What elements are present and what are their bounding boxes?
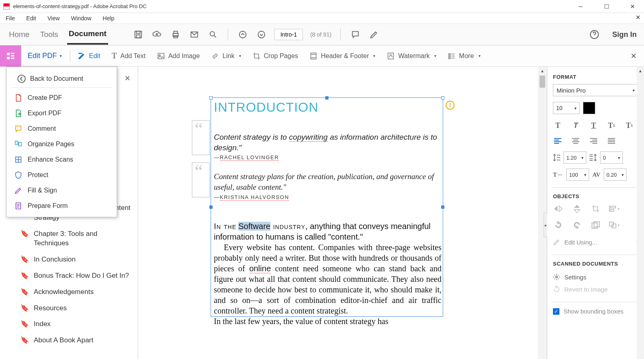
tab-tools[interactable]: Tools <box>39 25 60 44</box>
quote-text[interactable]: Content strategy plans for the creation,… <box>214 171 442 192</box>
edit-tool-add-image[interactable]: Add Image <box>151 52 205 60</box>
font-color-swatch[interactable] <box>583 102 595 114</box>
bookmark-item[interactable]: 🔖Chapter 3: Tools and Techniques <box>20 226 131 252</box>
page-up-icon[interactable] <box>237 29 248 40</box>
warning-badge-icon[interactable]: ! <box>446 101 455 110</box>
bookmark-item[interactable]: 🔖About A Book Apart <box>20 332 131 348</box>
flip-vertical-icon[interactable] <box>572 203 582 214</box>
maximize-button[interactable]: ☐ <box>598 2 615 11</box>
italic-icon[interactable]: T <box>571 121 581 130</box>
align-center-icon[interactable] <box>571 136 581 146</box>
show-bounding-boxes-checkbox[interactable]: ✓ Show bounding boxes <box>553 308 638 315</box>
window-title: elements-of-content-strategy.pdf - Adobe… <box>13 3 572 9</box>
back-to-document[interactable]: Back to Document <box>11 70 112 88</box>
bold-icon[interactable]: T <box>553 121 563 130</box>
rotate-cw-icon[interactable] <box>572 220 582 230</box>
bookmark-item[interactable]: 🔖Index <box>20 316 131 332</box>
char-spacing-input[interactable]: 0.20▾ <box>604 169 627 181</box>
quote-attribution[interactable]: —KRISTINA HALVORSON <box>214 194 442 201</box>
edit-tool-header-footer[interactable]: Header & Footer▾ <box>304 52 381 60</box>
scanned-settings[interactable]: Settings <box>553 271 638 283</box>
close-edit-toolbar-icon[interactable]: ✕ <box>631 52 637 61</box>
replace-image-icon[interactable] <box>590 220 601 230</box>
align-objects-icon[interactable]: ▾ <box>609 203 620 214</box>
menu-file[interactable]: File <box>3 14 17 22</box>
flip-horizontal-icon[interactable] <box>553 203 564 214</box>
selected-word[interactable]: Software <box>238 222 270 231</box>
highlight-pen-icon[interactable] <box>368 29 380 40</box>
popup-prepare-form[interactable]: Prepare Form <box>7 198 117 214</box>
comment-bubble-icon[interactable] <box>350 29 361 40</box>
menu-help[interactable]: Help <box>100 14 117 22</box>
crop-object-icon[interactable] <box>590 203 601 214</box>
align-left-icon[interactable] <box>553 136 563 146</box>
subscript-icon[interactable]: T1 <box>624 121 634 130</box>
menu-window[interactable]: Window <box>69 14 94 22</box>
align-justify-icon[interactable] <box>607 136 616 146</box>
edit-using-dropdown[interactable]: Edit Using... ▾ <box>553 236 638 248</box>
rotate-ccw-icon[interactable] <box>553 220 564 230</box>
svg-point-9 <box>258 31 265 38</box>
body-paragraph[interactable]: In the Software industry, anything that … <box>214 221 442 242</box>
edit-tool-add-text[interactable]: T Add Text <box>106 51 151 61</box>
popup-export-pdf[interactable]: Export PDF <box>7 106 117 121</box>
svg-rect-64 <box>594 222 599 227</box>
bookmark-item[interactable]: 🔖Bonus Track: How Do I Get In? <box>20 268 131 284</box>
panel-collapse-handle[interactable]: ▸ <box>544 213 547 237</box>
edit-tool-crop[interactable]: Crop Pages <box>247 52 304 60</box>
scroll-thumb[interactable] <box>540 76 545 88</box>
body-paragraph[interactable]: Every website has content. Companies wit… <box>214 242 442 316</box>
right-scrollbar[interactable]: ▲ <box>637 67 644 359</box>
close-window-button[interactable]: ✕ <box>624 2 641 11</box>
enhance-icon <box>14 155 23 164</box>
underline-icon[interactable]: T <box>589 121 598 130</box>
document-canvas[interactable]: ▲ ! “ “ INTRODUCTION Content strategy is… <box>138 67 547 359</box>
page-number-input[interactable] <box>274 29 303 40</box>
popup-organize-pages[interactable]: Organize Pages <box>7 136 117 152</box>
hscale-input[interactable]: 100▾ <box>566 169 589 181</box>
popup-create-pdf[interactable]: Create PDF <box>7 90 117 106</box>
save-icon[interactable] <box>133 29 144 40</box>
popup-fill-sign[interactable]: Fill & Sign <box>7 183 117 198</box>
edit-tool-more[interactable]: More▾ <box>442 52 486 60</box>
search-icon[interactable] <box>207 29 219 40</box>
bookmark-item[interactable]: 🔖Resources <box>20 300 131 316</box>
close-bookmarks-icon[interactable]: ✕ <box>124 74 131 83</box>
body-paragraph[interactable]: In the last few years, the value of cont… <box>214 316 442 327</box>
font-family-dropdown[interactable]: Minion Pro▾ <box>553 84 638 96</box>
minimize-button[interactable]: ─ <box>572 2 589 11</box>
print-icon[interactable] <box>170 29 181 40</box>
scroll-up-icon[interactable]: ▲ <box>538 67 547 75</box>
scroll-up-icon[interactable]: ▲ <box>637 67 644 75</box>
edit-tool-watermark[interactable]: Watermark▾ <box>381 52 442 60</box>
text-icon: T <box>112 51 117 61</box>
align-right-icon[interactable] <box>589 136 598 146</box>
cloud-upload-icon[interactable] <box>151 29 163 40</box>
tab-document[interactable]: Document <box>67 24 108 45</box>
tab-home[interactable]: Home <box>7 25 31 44</box>
edit-tool-link[interactable]: Link▾ <box>205 52 246 60</box>
mail-icon[interactable] <box>189 29 200 40</box>
help-icon[interactable] <box>589 29 600 40</box>
edit-pdf-mode-icon[interactable] <box>0 45 21 67</box>
page-down-icon[interactable] <box>256 29 267 40</box>
menu-view[interactable]: View <box>45 14 62 22</box>
arrange-icon[interactable]: ▾ <box>609 220 620 230</box>
quote-attribution[interactable]: —RACHEL LOVINGER <box>214 154 442 161</box>
font-size-input[interactable]: 10▾ <box>553 102 580 114</box>
popup-enhance-scans[interactable]: Enhance Scans <box>7 152 117 167</box>
bookmark-item[interactable]: 🔖In Conclusion <box>20 251 131 268</box>
edit-pdf-dropdown[interactable]: Edit PDF▾ <box>21 52 68 60</box>
superscript-icon[interactable]: T1 <box>607 121 616 130</box>
para-spacing-input[interactable]: 0▾ <box>600 151 623 164</box>
close-doc-icon[interactable]: ✕ <box>635 14 641 21</box>
quote-text[interactable]: Content strategy is to copywriting as in… <box>214 132 442 153</box>
menu-edit[interactable]: Edit <box>24 14 39 22</box>
signin-button[interactable]: Sign In <box>612 30 637 39</box>
edit-tool-edit[interactable]: Edit <box>72 52 106 60</box>
popup-protect[interactable]: Protect <box>7 167 117 183</box>
line-height-input[interactable]: 1.20▾ <box>564 151 586 164</box>
document-heading[interactable]: INTRODUCTION <box>214 100 442 115</box>
popup-comment[interactable]: Comment <box>7 121 117 136</box>
bookmark-item[interactable]: 🔖Acknowledgements <box>20 284 131 300</box>
